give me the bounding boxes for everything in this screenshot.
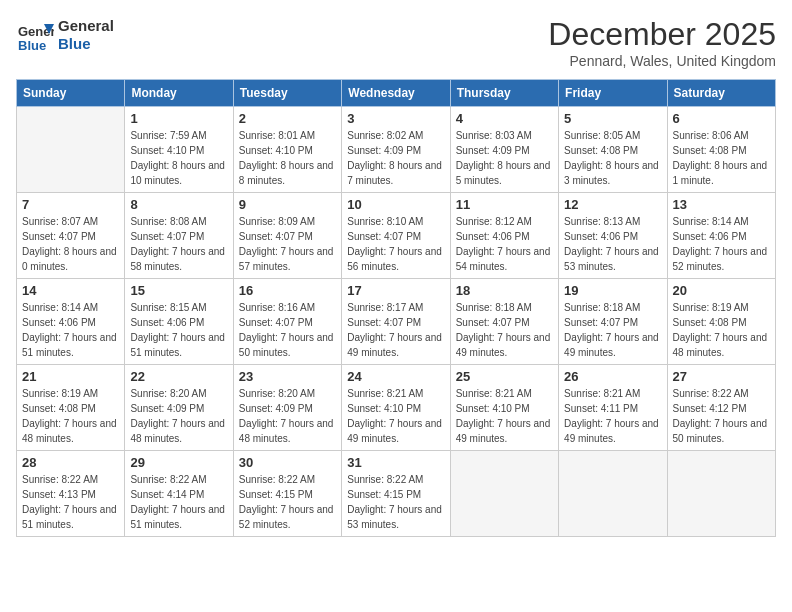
week-row-5: 28Sunrise: 8:22 AMSunset: 4:13 PMDayligh… — [17, 451, 776, 537]
day-info: Sunrise: 8:22 AMSunset: 4:13 PMDaylight:… — [22, 472, 119, 532]
day-info: Sunrise: 8:20 AMSunset: 4:09 PMDaylight:… — [130, 386, 227, 446]
day-cell: 20Sunrise: 8:19 AMSunset: 4:08 PMDayligh… — [667, 279, 775, 365]
day-number: 18 — [456, 283, 553, 298]
day-cell: 8Sunrise: 8:08 AMSunset: 4:07 PMDaylight… — [125, 193, 233, 279]
day-cell: 2Sunrise: 8:01 AMSunset: 4:10 PMDaylight… — [233, 107, 341, 193]
day-number: 21 — [22, 369, 119, 384]
day-info: Sunrise: 8:06 AMSunset: 4:08 PMDaylight:… — [673, 128, 770, 188]
day-info: Sunrise: 8:12 AMSunset: 4:06 PMDaylight:… — [456, 214, 553, 274]
day-number: 19 — [564, 283, 661, 298]
day-info: Sunrise: 8:13 AMSunset: 4:06 PMDaylight:… — [564, 214, 661, 274]
day-info: Sunrise: 8:22 AMSunset: 4:15 PMDaylight:… — [239, 472, 336, 532]
day-info: Sunrise: 8:14 AMSunset: 4:06 PMDaylight:… — [22, 300, 119, 360]
col-wednesday: Wednesday — [342, 80, 450, 107]
day-number: 30 — [239, 455, 336, 470]
day-number: 4 — [456, 111, 553, 126]
day-info: Sunrise: 8:18 AMSunset: 4:07 PMDaylight:… — [456, 300, 553, 360]
day-cell: 9Sunrise: 8:09 AMSunset: 4:07 PMDaylight… — [233, 193, 341, 279]
day-cell: 23Sunrise: 8:20 AMSunset: 4:09 PMDayligh… — [233, 365, 341, 451]
day-cell: 17Sunrise: 8:17 AMSunset: 4:07 PMDayligh… — [342, 279, 450, 365]
day-info: Sunrise: 8:18 AMSunset: 4:07 PMDaylight:… — [564, 300, 661, 360]
day-info: Sunrise: 8:10 AMSunset: 4:07 PMDaylight:… — [347, 214, 444, 274]
day-number: 26 — [564, 369, 661, 384]
logo-blue: Blue — [58, 35, 114, 53]
day-cell: 18Sunrise: 8:18 AMSunset: 4:07 PMDayligh… — [450, 279, 558, 365]
month-title: December 2025 — [548, 16, 776, 53]
day-number: 16 — [239, 283, 336, 298]
day-cell: 29Sunrise: 8:22 AMSunset: 4:14 PMDayligh… — [125, 451, 233, 537]
day-info: Sunrise: 8:14 AMSunset: 4:06 PMDaylight:… — [673, 214, 770, 274]
day-info: Sunrise: 8:19 AMSunset: 4:08 PMDaylight:… — [22, 386, 119, 446]
day-cell: 11Sunrise: 8:12 AMSunset: 4:06 PMDayligh… — [450, 193, 558, 279]
day-number: 1 — [130, 111, 227, 126]
day-number: 2 — [239, 111, 336, 126]
col-saturday: Saturday — [667, 80, 775, 107]
day-number: 3 — [347, 111, 444, 126]
day-cell: 30Sunrise: 8:22 AMSunset: 4:15 PMDayligh… — [233, 451, 341, 537]
day-cell: 3Sunrise: 8:02 AMSunset: 4:09 PMDaylight… — [342, 107, 450, 193]
day-cell: 26Sunrise: 8:21 AMSunset: 4:11 PMDayligh… — [559, 365, 667, 451]
day-cell — [667, 451, 775, 537]
day-cell: 31Sunrise: 8:22 AMSunset: 4:15 PMDayligh… — [342, 451, 450, 537]
day-info: Sunrise: 8:16 AMSunset: 4:07 PMDaylight:… — [239, 300, 336, 360]
day-cell — [450, 451, 558, 537]
title-area: December 2025 Pennard, Wales, United Kin… — [548, 16, 776, 69]
col-tuesday: Tuesday — [233, 80, 341, 107]
day-info: Sunrise: 8:08 AMSunset: 4:07 PMDaylight:… — [130, 214, 227, 274]
day-info: Sunrise: 8:22 AMSunset: 4:12 PMDaylight:… — [673, 386, 770, 446]
day-number: 8 — [130, 197, 227, 212]
day-cell: 5Sunrise: 8:05 AMSunset: 4:08 PMDaylight… — [559, 107, 667, 193]
day-info: Sunrise: 8:01 AMSunset: 4:10 PMDaylight:… — [239, 128, 336, 188]
day-number: 29 — [130, 455, 227, 470]
day-info: Sunrise: 8:03 AMSunset: 4:09 PMDaylight:… — [456, 128, 553, 188]
day-number: 15 — [130, 283, 227, 298]
logo: General Blue General Blue — [16, 16, 114, 54]
day-cell: 15Sunrise: 8:15 AMSunset: 4:06 PMDayligh… — [125, 279, 233, 365]
svg-text:Blue: Blue — [18, 38, 46, 53]
day-info: Sunrise: 7:59 AMSunset: 4:10 PMDaylight:… — [130, 128, 227, 188]
day-cell: 14Sunrise: 8:14 AMSunset: 4:06 PMDayligh… — [17, 279, 125, 365]
location-subtitle: Pennard, Wales, United Kingdom — [548, 53, 776, 69]
day-number: 24 — [347, 369, 444, 384]
day-number: 6 — [673, 111, 770, 126]
day-number: 25 — [456, 369, 553, 384]
week-row-3: 14Sunrise: 8:14 AMSunset: 4:06 PMDayligh… — [17, 279, 776, 365]
col-sunday: Sunday — [17, 80, 125, 107]
day-info: Sunrise: 8:05 AMSunset: 4:08 PMDaylight:… — [564, 128, 661, 188]
day-cell: 6Sunrise: 8:06 AMSunset: 4:08 PMDaylight… — [667, 107, 775, 193]
col-monday: Monday — [125, 80, 233, 107]
day-cell: 7Sunrise: 8:07 AMSunset: 4:07 PMDaylight… — [17, 193, 125, 279]
day-info: Sunrise: 8:21 AMSunset: 4:11 PMDaylight:… — [564, 386, 661, 446]
day-info: Sunrise: 8:07 AMSunset: 4:07 PMDaylight:… — [22, 214, 119, 274]
calendar-table: Sunday Monday Tuesday Wednesday Thursday… — [16, 79, 776, 537]
day-info: Sunrise: 8:19 AMSunset: 4:08 PMDaylight:… — [673, 300, 770, 360]
day-number: 27 — [673, 369, 770, 384]
day-cell: 12Sunrise: 8:13 AMSunset: 4:06 PMDayligh… — [559, 193, 667, 279]
col-thursday: Thursday — [450, 80, 558, 107]
day-info: Sunrise: 8:22 AMSunset: 4:14 PMDaylight:… — [130, 472, 227, 532]
day-number: 13 — [673, 197, 770, 212]
day-cell: 10Sunrise: 8:10 AMSunset: 4:07 PMDayligh… — [342, 193, 450, 279]
logo-text: General Blue — [58, 17, 114, 53]
week-row-2: 7Sunrise: 8:07 AMSunset: 4:07 PMDaylight… — [17, 193, 776, 279]
day-cell: 25Sunrise: 8:21 AMSunset: 4:10 PMDayligh… — [450, 365, 558, 451]
day-info: Sunrise: 8:21 AMSunset: 4:10 PMDaylight:… — [347, 386, 444, 446]
day-number: 14 — [22, 283, 119, 298]
day-number: 11 — [456, 197, 553, 212]
day-cell: 19Sunrise: 8:18 AMSunset: 4:07 PMDayligh… — [559, 279, 667, 365]
day-cell: 22Sunrise: 8:20 AMSunset: 4:09 PMDayligh… — [125, 365, 233, 451]
day-cell: 16Sunrise: 8:16 AMSunset: 4:07 PMDayligh… — [233, 279, 341, 365]
day-cell: 27Sunrise: 8:22 AMSunset: 4:12 PMDayligh… — [667, 365, 775, 451]
day-cell: 13Sunrise: 8:14 AMSunset: 4:06 PMDayligh… — [667, 193, 775, 279]
day-cell: 28Sunrise: 8:22 AMSunset: 4:13 PMDayligh… — [17, 451, 125, 537]
day-number: 7 — [22, 197, 119, 212]
day-cell: 4Sunrise: 8:03 AMSunset: 4:09 PMDaylight… — [450, 107, 558, 193]
day-cell: 1Sunrise: 7:59 AMSunset: 4:10 PMDaylight… — [125, 107, 233, 193]
day-info: Sunrise: 8:20 AMSunset: 4:09 PMDaylight:… — [239, 386, 336, 446]
day-number: 12 — [564, 197, 661, 212]
day-info: Sunrise: 8:21 AMSunset: 4:10 PMDaylight:… — [456, 386, 553, 446]
header: General Blue General Blue December 2025 … — [16, 16, 776, 69]
col-friday: Friday — [559, 80, 667, 107]
day-number: 23 — [239, 369, 336, 384]
day-cell — [559, 451, 667, 537]
